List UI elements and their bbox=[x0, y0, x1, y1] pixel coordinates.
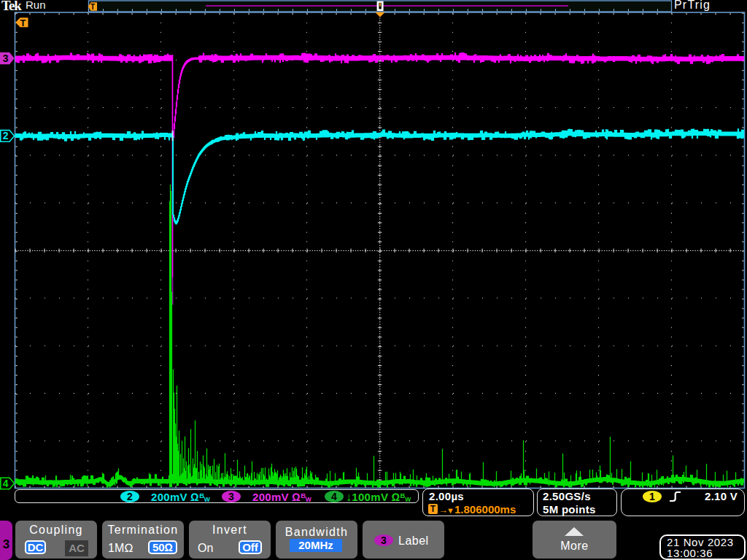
svg-text:4: 4 bbox=[3, 478, 9, 489]
svg-text:T: T bbox=[90, 3, 95, 11]
svg-text:3: 3 bbox=[3, 52, 9, 64]
svg-text:T: T bbox=[20, 18, 26, 28]
svg-text:2: 2 bbox=[3, 130, 9, 141]
